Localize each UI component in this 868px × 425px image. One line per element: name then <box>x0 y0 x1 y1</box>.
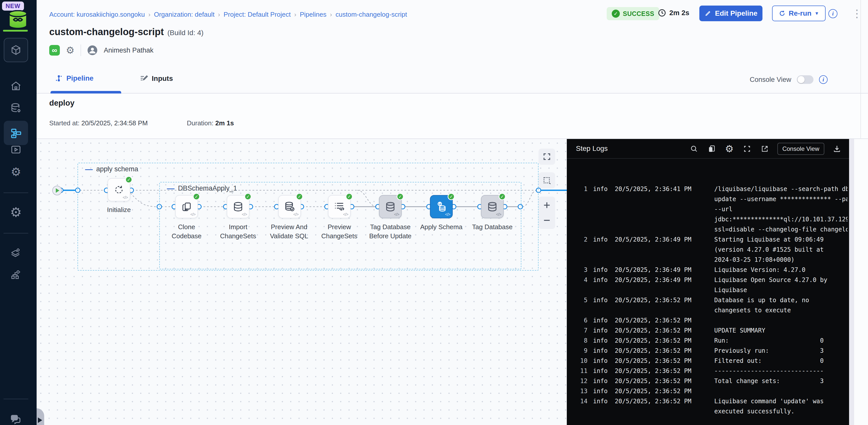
avatar <box>87 45 98 56</box>
sidebar-item-help[interactable]: ? <box>4 409 28 425</box>
sidebar-item-home[interactable] <box>4 76 28 96</box>
log-row: 1info20/5/2025, 2:36:41 PM/liquibase/liq… <box>567 184 849 234</box>
step-node-tag-database[interactable]: ✓ </> <box>481 195 504 218</box>
log-row: 6info20/5/2025, 2:36:52 PM <box>567 315 849 325</box>
pipeline-canvas[interactable]: — apply schema — DBSchemaApply_1 ✓ </> I… <box>37 139 567 425</box>
breadcrumb-account[interactable]: Account: kurosakiichigo.songoku <box>49 10 145 19</box>
tabs-bar: Pipeline Inputs Console View i <box>37 71 868 93</box>
rerun-button[interactable]: Re-run ▼ <box>772 5 826 21</box>
sidebar-divider <box>3 233 28 233</box>
new-badge: NEW <box>2 1 24 10</box>
step-group-label[interactable]: — DBSchemaApply_1 <box>167 185 237 192</box>
layers-gear-icon <box>10 246 22 258</box>
home-icon <box>10 80 22 92</box>
zoom-controls <box>538 197 555 229</box>
log-row: 4info20/5/2025, 2:36:49 PMLiquibase Open… <box>567 275 849 295</box>
step-node-preview-validate-sql[interactable]: ✓ </> <box>278 195 301 218</box>
right-rail-divider <box>861 0 861 139</box>
sidebar: NEW <box>0 0 37 425</box>
stage-start-node[interactable] <box>52 186 62 195</box>
sidebar-divider <box>3 193 28 193</box>
step-node-apply-schema[interactable]: ✓ </> <box>430 195 453 218</box>
sidebar-item-infrastructure[interactable] <box>4 264 28 284</box>
log-open-new-tab-button[interactable] <box>760 144 770 154</box>
sidebar-item-settings[interactable]: ⚙ <box>4 202 28 222</box>
breadcrumb-pipelines[interactable]: Pipelines <box>300 10 327 19</box>
zoom-in-button[interactable] <box>542 201 551 209</box>
status-badge: ✓ SUCCESS <box>607 7 659 20</box>
chevron-right-icon: › <box>294 11 297 18</box>
step-node-clone-codebase[interactable]: ✓ </> <box>175 195 198 218</box>
tab-pipeline[interactable]: Pipeline <box>55 74 93 82</box>
svg-text:?: ? <box>13 416 16 420</box>
breadcrumb-organization[interactable]: Organization: default <box>154 10 215 19</box>
database-gear-icon <box>10 102 22 114</box>
stage-group-label[interactable]: — apply schema <box>85 165 138 173</box>
log-settings-button[interactable]: ⚙ <box>724 144 735 154</box>
log-row: 9info20/5/2025, 2:36:52 PMPreviously run… <box>567 346 849 356</box>
sidebar-item-project-module[interactable] <box>4 38 28 62</box>
gear-icon[interactable]: ⚙ <box>66 45 74 56</box>
duration: Duration: 2m 1s <box>187 119 234 127</box>
log-row: 5info20/5/2025, 2:36:52 PMDatabase is up… <box>567 295 849 315</box>
gear-icon: ⚙ <box>10 206 22 219</box>
fullscreen-icon <box>542 152 551 161</box>
sidebar-item-environments[interactable] <box>4 242 28 262</box>
success-badge: ✓ <box>125 176 132 183</box>
help-chat-icon: ? <box>10 414 22 425</box>
sidebar-item-database-settings[interactable] <box>4 98 28 118</box>
pencil-icon <box>704 10 711 17</box>
code-badge: </> <box>242 212 247 217</box>
log-copy-button[interactable] <box>707 144 717 154</box>
log-console-view-button[interactable]: Console View <box>777 143 824 155</box>
log-row: 12info20/5/2025, 2:36:52 PMTotal change … <box>567 376 849 386</box>
started-at: Started at: 20/5/2025, 2:34:58 PM <box>49 119 148 127</box>
sidebar-item-executions[interactable] <box>4 140 28 160</box>
collapse-icon[interactable]: — <box>167 186 175 191</box>
log-fullscreen-button[interactable] <box>742 144 752 154</box>
log-row: 8info20/5/2025, 2:36:52 PMRun: 0 <box>567 336 849 346</box>
step-label: Tag Database <box>460 222 525 231</box>
code-badge: </> <box>293 212 299 217</box>
chevron-right-icon: › <box>330 11 332 18</box>
fit-to-screen-button[interactable] <box>538 148 555 165</box>
active-tab-underline <box>51 91 121 93</box>
console-view-info-icon[interactable]: i <box>819 75 828 84</box>
network-gear-icon <box>10 268 22 280</box>
code-badge: </> <box>343 212 348 217</box>
console-view-label: Console View <box>750 76 791 84</box>
code-badge: </> <box>394 212 399 217</box>
log-row: 14info20/5/2025, 2:36:52 PMLiquibase com… <box>567 396 849 417</box>
cube-icon <box>10 44 22 56</box>
success-badge: ✓ <box>296 193 303 200</box>
execution-meta-row: ∞ ⚙ Animesh Pathak <box>49 45 154 56</box>
edit-pipeline-button[interactable]: Edit Pipeline <box>699 5 763 21</box>
marquee-select-button[interactable] <box>538 172 555 189</box>
tab-inputs[interactable]: Inputs <box>140 74 173 83</box>
trigger-user-name: Animesh Pathak <box>104 47 154 54</box>
log-row: 2info20/5/2025, 2:36:49 PMStarting Liqui… <box>567 234 849 265</box>
stage-summary: deploy Started at: 20/5/2025, 2:34:58 PM… <box>37 94 868 139</box>
breadcrumb-project[interactable]: Project: Default Project <box>224 10 291 19</box>
log-row: 13info20/5/2025, 2:36:52 PM <box>567 386 849 396</box>
breadcrumb-current[interactable]: custom-changelog-script <box>336 10 407 19</box>
log-lines[interactable]: 1info20/5/2025, 2:36:41 PM/liquibase/liq… <box>567 184 849 417</box>
success-badge: ✓ <box>193 193 200 200</box>
step-node-import-changesets[interactable]: ✓ </> <box>227 195 249 218</box>
sidebar-item-configure[interactable]: ⚙ <box>4 162 28 182</box>
rerun-info-icon[interactable]: i <box>828 9 837 18</box>
log-download-button[interactable] <box>832 144 842 154</box>
chevron-right-icon: › <box>149 11 151 18</box>
success-badge: ✓ <box>397 193 404 200</box>
log-scrollbar[interactable] <box>849 139 854 425</box>
database-devops-logo-icon[interactable] <box>7 10 29 29</box>
zoom-out-button[interactable] <box>542 216 551 225</box>
console-view-toggle[interactable] <box>797 75 813 84</box>
collapse-icon[interactable]: — <box>85 167 93 172</box>
chevron-right-icon: › <box>218 11 220 18</box>
step-node-initialize[interactable]: ✓ </> <box>107 178 130 201</box>
step-node-tag-database-before-update[interactable]: ✓ </> <box>379 195 402 218</box>
right-margin <box>854 139 868 425</box>
log-search-button[interactable] <box>689 144 699 154</box>
step-node-preview-changesets[interactable]: ✓ </> <box>328 195 351 218</box>
